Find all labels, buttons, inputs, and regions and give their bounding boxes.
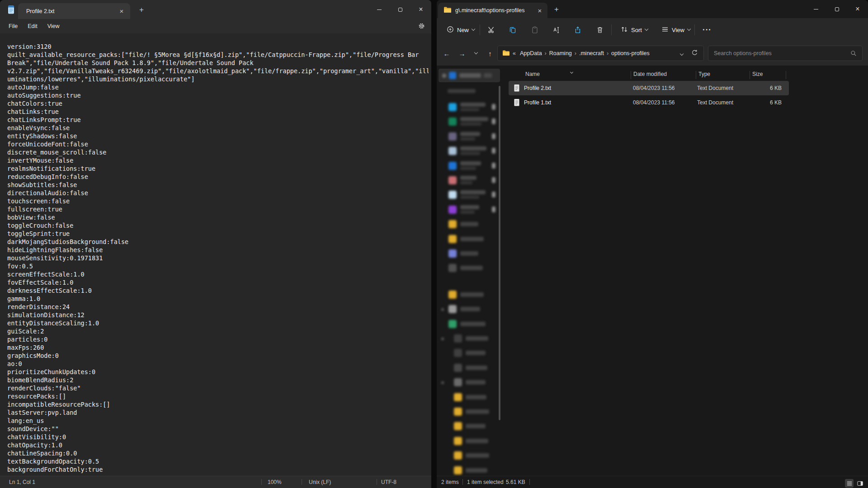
menu-edit[interactable]: Edit xyxy=(23,21,42,32)
sidebar-item-redacted[interactable] xyxy=(437,346,503,360)
code-line: chatLinks:true xyxy=(7,108,429,116)
line-ending[interactable]: Unix (LF) xyxy=(309,479,331,485)
sidebar-item-redacted[interactable] xyxy=(437,100,503,114)
view-button[interactable]: View xyxy=(657,22,694,38)
up-button[interactable]: ↑ xyxy=(483,46,497,61)
chevron-down-icon xyxy=(687,27,691,31)
breadcrumb-appdata[interactable]: AppData xyxy=(518,49,544,57)
file-row[interactable]: Profile 2.txt 08/04/2023 11:56 Text Docu… xyxy=(509,81,789,95)
encoding[interactable]: UTF-8 xyxy=(381,479,396,485)
address-dropdown-button[interactable] xyxy=(678,48,686,58)
sidebar-item-redacted[interactable] xyxy=(437,115,503,128)
paste-button[interactable] xyxy=(527,22,543,38)
notepad-minimize-button[interactable] xyxy=(369,0,390,19)
explorer-sidebar[interactable] xyxy=(437,66,503,476)
explorer-maximize-button[interactable] xyxy=(826,0,847,18)
notepad-text[interactable]: version:3120quilt_available_resource_pac… xyxy=(7,42,429,474)
sidebar-item-redacted[interactable] xyxy=(437,288,503,301)
sidebar-item-redacted[interactable] xyxy=(437,464,503,477)
sidebar-item-redacted[interactable] xyxy=(437,390,503,404)
column-name[interactable]: Name xyxy=(525,71,540,77)
notepad-menubar: File Edit View xyxy=(0,19,431,33)
explorer-tab[interactable]: g\.minecraft\options-profiles × xyxy=(438,3,547,18)
column-date-modified[interactable]: Date modified xyxy=(633,71,667,77)
details-view-button[interactable] xyxy=(845,479,854,488)
rename-button[interactable] xyxy=(548,22,565,38)
explorer-tab-close-icon[interactable]: × xyxy=(535,5,545,15)
settings-gear-icon[interactable] xyxy=(418,23,425,31)
code-line: hideLightningFlashes:false xyxy=(7,246,429,254)
file-name: Profile 2.txt xyxy=(524,85,551,91)
code-line: gamma:1.0 xyxy=(7,295,429,303)
new-button[interactable]: New xyxy=(442,22,479,38)
sidebar-item-redacted[interactable] xyxy=(437,130,503,143)
copy-button[interactable] xyxy=(505,22,521,38)
sidebar-item-redacted[interactable] xyxy=(437,159,503,173)
folder-icon xyxy=(443,6,452,15)
more-options-button[interactable]: ··· xyxy=(699,22,715,38)
new-plus-icon xyxy=(447,26,454,34)
cut-button[interactable] xyxy=(483,22,500,38)
breadcrumb-minecraft[interactable]: .minecraft xyxy=(577,49,606,57)
menu-file[interactable]: File xyxy=(4,21,23,32)
sidebar-item-redacted[interactable] xyxy=(437,261,503,275)
explorer-close-button[interactable]: × xyxy=(847,0,868,18)
file-type: Text Document xyxy=(697,99,733,106)
zoom-level[interactable]: 100% xyxy=(268,479,282,485)
sidebar-item-redacted[interactable] xyxy=(437,332,503,345)
preview-pane-button[interactable] xyxy=(856,479,864,488)
notepad-window-controls: × xyxy=(369,0,431,19)
code-line: quilt_available_resource_packs:["file/! … xyxy=(7,51,429,59)
code-line: incompatibleResourcePacks:[] xyxy=(7,400,429,408)
sidebar-item-redacted[interactable] xyxy=(437,449,503,462)
notepad-tab[interactable]: Profile 2.txt × xyxy=(18,3,130,19)
forward-button[interactable]: → xyxy=(455,46,469,61)
notepad-new-tab-button[interactable]: + xyxy=(136,4,147,16)
code-line: entityDistanceScaling:1.0 xyxy=(7,319,429,327)
code-line: bobView:false xyxy=(7,213,429,221)
file-list-header: Name Date modified Type Size xyxy=(437,68,868,80)
sidebar-item-redacted[interactable] xyxy=(437,188,503,202)
sidebar-item-redacted[interactable] xyxy=(437,405,503,418)
sidebar-item-redacted[interactable] xyxy=(437,434,503,448)
file-row[interactable]: Profile 1.txt 08/04/2023 11:56 Text Docu… xyxy=(509,95,789,110)
explorer-minimize-button[interactable] xyxy=(806,0,826,18)
share-button[interactable] xyxy=(570,22,586,38)
sidebar-item-redacted[interactable] xyxy=(437,144,503,158)
code-line: v2.7.zip","file/VanillaTweaks_r632469.zi… xyxy=(7,67,429,75)
explorer-titlebar: g\.minecraft\options-profiles × + × xyxy=(437,0,868,18)
cursor-position: Ln 1, Col 1 xyxy=(9,479,35,485)
search-input[interactable]: Search options-profiles xyxy=(708,46,863,61)
column-type[interactable]: Type xyxy=(698,71,710,77)
back-button[interactable]: ← xyxy=(439,46,454,61)
code-line: touchscreen:false xyxy=(7,197,429,205)
breadcrumb-options-profiles[interactable]: options-profiles xyxy=(609,49,652,57)
notepad-maximize-button[interactable] xyxy=(390,0,410,19)
sidebar-item-redacted[interactable] xyxy=(437,317,503,331)
menu-view[interactable]: View xyxy=(42,21,65,32)
notepad-close-button[interactable]: × xyxy=(410,0,431,19)
path-truncation-mark[interactable]: « xyxy=(510,50,518,56)
sidebar-item-redacted[interactable] xyxy=(437,203,503,216)
explorer-new-tab-button[interactable]: + xyxy=(551,4,562,15)
sidebar-item-redacted[interactable] xyxy=(437,247,503,260)
file-name: Profile 1.txt xyxy=(524,99,551,106)
column-size[interactable]: Size xyxy=(752,71,763,77)
breadcrumb[interactable]: « AppData › Roaming › .minecraft › optio… xyxy=(497,46,704,61)
sidebar-item-redacted[interactable] xyxy=(437,375,503,389)
delete-button[interactable] xyxy=(592,22,608,38)
code-line: lang:en_us xyxy=(7,417,429,425)
recent-locations-button[interactable] xyxy=(470,46,482,61)
refresh-button[interactable] xyxy=(690,47,699,59)
sidebar-item-redacted[interactable] xyxy=(437,302,503,316)
sidebar-item-redacted[interactable] xyxy=(437,419,503,433)
sidebar-item-redacted[interactable] xyxy=(437,174,503,187)
notepad-tab-close-icon[interactable]: × xyxy=(117,6,127,16)
sort-button[interactable]: Sort xyxy=(617,22,652,38)
view-button-label: View xyxy=(672,27,684,33)
sidebar-item-redacted[interactable] xyxy=(437,361,503,375)
breadcrumb-roaming[interactable]: Roaming xyxy=(547,49,574,57)
sidebar-item-redacted[interactable] xyxy=(437,217,503,231)
sidebar-section-label xyxy=(437,88,503,101)
sidebar-item-redacted[interactable] xyxy=(437,232,503,246)
